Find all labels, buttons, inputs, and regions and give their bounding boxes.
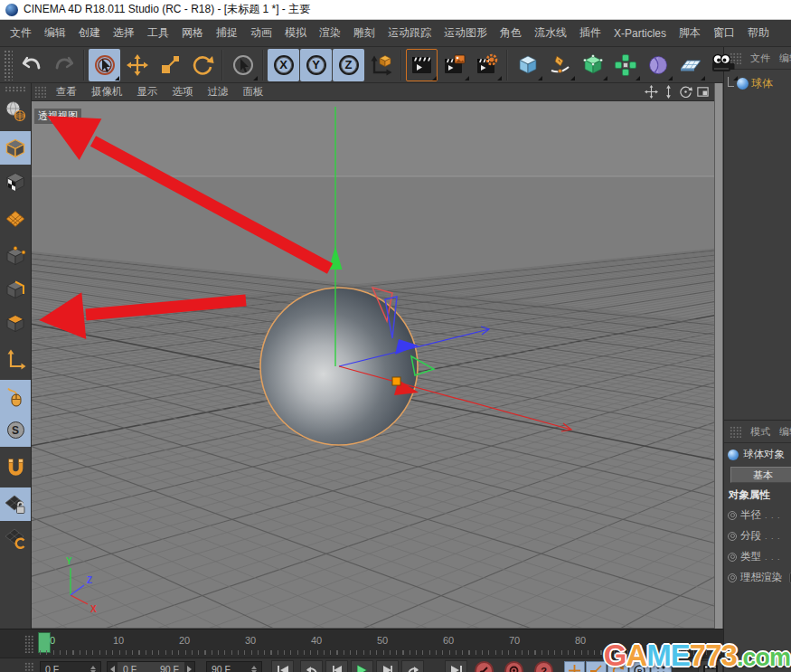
panel-splitter[interactable] bbox=[714, 83, 723, 629]
move-button[interactable] bbox=[121, 49, 153, 81]
texture-mode-button[interactable] bbox=[0, 165, 31, 198]
prev-frame-button[interactable] bbox=[325, 660, 348, 672]
add-spline-button[interactable] bbox=[544, 49, 576, 81]
property-row-1[interactable]: 分段. . . bbox=[724, 525, 791, 546]
render-view-button[interactable] bbox=[406, 49, 438, 81]
menu-item-5[interactable]: 网格 bbox=[175, 25, 210, 41]
menu-item-7[interactable]: 动画 bbox=[244, 25, 278, 41]
add-mograph-button[interactable] bbox=[609, 49, 641, 81]
add-floor-button[interactable] bbox=[674, 49, 706, 81]
menu-item-11[interactable]: 运动跟踪 bbox=[381, 25, 438, 41]
viewport-menu-item-0[interactable]: 查看 bbox=[49, 85, 84, 99]
keyframe-circle-icon[interactable] bbox=[728, 532, 737, 541]
menu-item-10[interactable]: 雕刻 bbox=[347, 25, 381, 41]
viewport-menu-item-4[interactable]: 过滤 bbox=[201, 85, 236, 99]
property-row-0[interactable]: 半径. . . bbox=[724, 505, 791, 525]
menu-item-19[interactable]: 帮助 bbox=[741, 25, 776, 41]
planar-workplane-button[interactable] bbox=[0, 521, 31, 554]
scale-button[interactable] bbox=[154, 49, 185, 81]
perspective-viewport[interactable]: Y X Z 透视视图 bbox=[32, 101, 714, 629]
rotate-button[interactable] bbox=[186, 49, 218, 81]
axis-mode-button[interactable] bbox=[0, 343, 31, 376]
lock-y-button[interactable]: Y bbox=[300, 49, 332, 81]
attribute-manager-menu-0[interactable]: 模式 bbox=[750, 425, 770, 439]
record-help-button[interactable]: ? bbox=[534, 661, 553, 672]
record-auto-button[interactable] bbox=[504, 661, 523, 672]
attribute-manager-menu-1[interactable]: 编辑 bbox=[779, 425, 791, 439]
workplane-mode-button[interactable] bbox=[0, 202, 31, 235]
timeline-grip[interactable] bbox=[24, 635, 34, 653]
keyframe-circle-icon[interactable] bbox=[728, 573, 737, 582]
menu-item-6[interactable]: 捕捉 bbox=[210, 25, 244, 41]
menu-item-14[interactable]: 流水线 bbox=[528, 25, 573, 41]
end-frame-spinner[interactable] bbox=[251, 666, 257, 672]
object-manager-menu-0[interactable]: 文件 bbox=[750, 52, 770, 65]
menu-item-0[interactable]: 文件 bbox=[4, 25, 38, 41]
toolbar-grip[interactable] bbox=[4, 50, 13, 80]
snap-button[interactable] bbox=[0, 450, 31, 484]
make-editable-button[interactable] bbox=[0, 94, 31, 128]
render-settings-button[interactable] bbox=[471, 49, 503, 81]
menu-item-2[interactable]: 创建 bbox=[72, 25, 107, 41]
solo-mode-button[interactable]: S bbox=[0, 413, 31, 447]
current-frame-field[interactable]: 0 F bbox=[40, 661, 101, 672]
menu-item-15[interactable]: 插件 bbox=[573, 25, 607, 41]
keyframe-circle-icon[interactable] bbox=[728, 511, 737, 520]
record-key-button[interactable] bbox=[475, 661, 494, 672]
key-position-button[interactable] bbox=[564, 661, 585, 672]
coordinate-system-button[interactable] bbox=[365, 49, 397, 81]
polygons-mode-button[interactable] bbox=[0, 306, 31, 339]
lock-x-button[interactable]: X bbox=[268, 49, 299, 81]
add-deformer-button[interactable] bbox=[642, 49, 673, 81]
mode-toolbar-grip[interactable] bbox=[5, 86, 26, 92]
zoom-icon[interactable] bbox=[662, 85, 675, 99]
go-end-button[interactable] bbox=[445, 660, 467, 672]
prev-key-button[interactable] bbox=[300, 660, 323, 672]
viewport-menu-item-3[interactable]: 选项 bbox=[165, 85, 201, 99]
tab-basic[interactable]: 基本 bbox=[730, 467, 791, 483]
menu-item-4[interactable]: 工具 bbox=[141, 25, 175, 41]
range-right-arrow-icon[interactable] bbox=[187, 666, 192, 672]
object-manager-menu-1[interactable]: 编辑 bbox=[779, 52, 791, 65]
add-cube-button[interactable] bbox=[512, 49, 543, 81]
property-row-3[interactable]: 理想渲染 bbox=[724, 567, 791, 588]
menu-item-12[interactable]: 运动图形 bbox=[438, 25, 494, 41]
add-camera-button[interactable] bbox=[707, 49, 739, 81]
last-tool-button[interactable] bbox=[227, 49, 259, 81]
preview-range-slider[interactable]: 0 F90 F bbox=[107, 661, 195, 672]
redo-button[interactable] bbox=[48, 49, 80, 81]
undo-button[interactable] bbox=[15, 49, 47, 81]
view-label[interactable]: 透视视图 bbox=[34, 109, 81, 124]
toggle-panel-icon[interactable] bbox=[696, 85, 710, 99]
edges-mode-button[interactable] bbox=[0, 272, 31, 306]
transport-grip[interactable] bbox=[24, 662, 34, 672]
viewport-menu-item-1[interactable]: 摄像机 bbox=[84, 85, 130, 99]
menu-item-17[interactable]: 脚本 bbox=[673, 25, 707, 41]
attribute-manager-grip[interactable] bbox=[730, 426, 741, 438]
go-start-button[interactable] bbox=[271, 660, 294, 672]
lock-z-button[interactable]: Z bbox=[333, 49, 364, 81]
viewport-menu-item-2[interactable]: 显示 bbox=[130, 85, 165, 99]
keyframe-circle-icon[interactable] bbox=[728, 553, 737, 562]
range-left-arrow-icon[interactable] bbox=[110, 666, 115, 672]
menu-item-1[interactable]: 编辑 bbox=[38, 25, 72, 41]
lock-workplane-button[interactable] bbox=[0, 487, 31, 521]
model-mode-button[interactable] bbox=[0, 131, 31, 165]
menu-item-13[interactable]: 角色 bbox=[494, 25, 528, 41]
viewport-menu-grip[interactable] bbox=[34, 86, 46, 98]
tweak-mode-button[interactable] bbox=[0, 380, 31, 413]
menu-item-9[interactable]: 渲染 bbox=[313, 25, 347, 41]
render-picture-viewer-button[interactable] bbox=[438, 49, 470, 81]
play-button[interactable] bbox=[351, 660, 373, 672]
next-frame-button[interactable] bbox=[376, 660, 399, 672]
menu-item-18[interactable]: 窗口 bbox=[707, 25, 741, 41]
end-frame-field[interactable]: 90 F bbox=[206, 661, 262, 672]
object-name[interactable]: 球体 bbox=[751, 76, 773, 91]
rotate-view-icon[interactable] bbox=[679, 85, 692, 99]
add-generator-button[interactable] bbox=[577, 49, 608, 81]
pan-icon[interactable] bbox=[645, 85, 658, 99]
menu-item-8[interactable]: 模拟 bbox=[278, 25, 313, 41]
viewport-menu-item-5[interactable]: 面板 bbox=[236, 85, 271, 99]
menu-item-3[interactable]: 选择 bbox=[107, 25, 141, 41]
menu-item-16[interactable]: X-Particles bbox=[607, 27, 673, 40]
